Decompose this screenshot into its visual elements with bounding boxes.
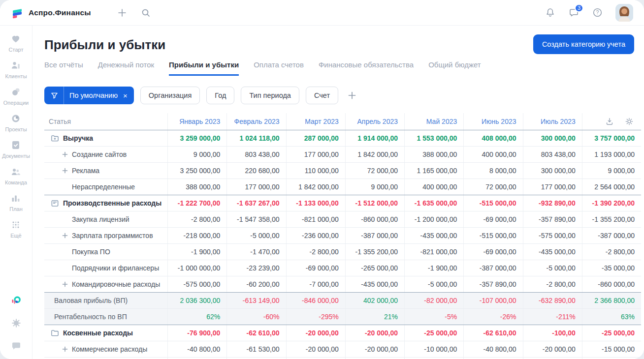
- value-cell: -20 000,00: [286, 325, 345, 341]
- value-cell: -69 000,00: [463, 211, 522, 227]
- table-row[interactable]: Валовая прибыль (ВП) 2 036 300,00-613 14…: [44, 292, 641, 308]
- row-label-cell[interactable]: Командировочные расходы: [44, 276, 167, 292]
- expand-plus-icon[interactable]: [61, 281, 69, 287]
- tab-денежный-поток[interactable]: Денежный поток: [98, 60, 154, 76]
- sidebar-item-проекты[interactable]: Проекты: [2, 113, 30, 132]
- value-cell: -1 222 700,00: [167, 195, 226, 211]
- row-label-cell[interactable]: Рентабельность по ВП: [44, 309, 167, 325]
- table-row[interactable]: Производственные расходы -1 222 700,00-1…: [44, 195, 641, 211]
- chip-divider: [64, 87, 64, 104]
- aspro-logo-icon[interactable]: [11, 295, 22, 306]
- month-header[interactable]: Май 2023: [404, 113, 463, 130]
- create-category-button[interactable]: Создать категорию учета: [533, 34, 634, 54]
- sidebar-item-старт[interactable]: Старт: [2, 33, 30, 53]
- sidebar-item-ещё[interactable]: Ещё: [2, 219, 30, 239]
- sidebar-item-label: Ещё: [10, 233, 22, 239]
- expand-plus-icon[interactable]: [61, 233, 69, 239]
- table-settings-icon[interactable]: [624, 116, 635, 127]
- sidebar-item-операции[interactable]: Операции: [2, 87, 30, 106]
- tab-общий-бюджет[interactable]: Общий бюджет: [428, 60, 481, 76]
- value-cell: -60 200,00: [226, 276, 286, 292]
- value-cell: -5 000,00: [226, 228, 286, 243]
- table-row[interactable]: Коммерческие расходы -40 800,00-61 530,0…: [44, 341, 641, 357]
- add-filter-button[interactable]: [347, 90, 357, 101]
- row-label-cell[interactable]: Подрядчики и фрилансеры: [44, 260, 167, 276]
- notification-badge: 3: [575, 4, 583, 12]
- gear-icon[interactable]: [11, 318, 22, 329]
- expand-plus-icon[interactable]: [61, 151, 69, 157]
- table-row[interactable]: Косвенные расходы -76 900,00-62 610,00-2…: [44, 325, 641, 341]
- row-label-cell[interactable]: Реклама: [44, 163, 167, 179]
- clear-filter-icon[interactable]: ×: [123, 91, 128, 100]
- value-cell: -82 000,00: [404, 293, 463, 308]
- value-cell: 400 000,00: [404, 179, 463, 195]
- search-icon[interactable]: [140, 7, 151, 18]
- expand-plus-icon[interactable]: [61, 168, 69, 174]
- download-icon[interactable]: [604, 116, 615, 127]
- chat-icon[interactable]: 3: [568, 7, 579, 18]
- value-cell: -76 900,00: [167, 325, 226, 341]
- value-cell: 1 914 000,00: [345, 130, 404, 146]
- month-header[interactable]: Июнь 2023: [463, 113, 522, 130]
- row-label-cell[interactable]: Покупка ПО: [44, 244, 167, 260]
- value-cell: -62 610,00: [226, 325, 286, 341]
- active-filter-chip[interactable]: По умолчанию ×: [44, 87, 134, 104]
- team-icon: [10, 166, 21, 177]
- add-entity-button[interactable]: [117, 7, 128, 18]
- table-row[interactable]: Управленческие расходы -36 100,00-1 080,…: [44, 357, 641, 359]
- table-row[interactable]: Покупка ПО -1 900,00-1 470,00-2 800,00-1…: [44, 243, 641, 260]
- filter-button-год[interactable]: Год: [206, 87, 234, 104]
- value-cell: 72 000,00: [463, 179, 522, 195]
- month-header[interactable]: Апрель 2023: [345, 113, 404, 130]
- row-label-cell[interactable]: Закупка лицензий: [44, 211, 167, 227]
- sidebar-item-клиенты[interactable]: Клиенты: [2, 60, 30, 79]
- row-label-cell[interactable]: Валовая прибыль (ВП): [44, 293, 167, 308]
- sidebar-item-документы[interactable]: Документы: [2, 140, 30, 159]
- tab-оплата-счетов[interactable]: Оплата счетов: [254, 60, 304, 76]
- month-header[interactable]: Июль 2023: [523, 113, 582, 130]
- value-cell: 400 000,00: [463, 147, 522, 162]
- table-row[interactable]: Выручка 3 259 000,001 024 118,00287 000,…: [44, 130, 641, 146]
- table-row[interactable]: Закупка лицензий -2 800,00-1 547 358,00-…: [44, 211, 641, 227]
- value-cell: -821 000,00: [404, 244, 463, 260]
- bell-icon[interactable]: [545, 7, 555, 18]
- filter-button-тип-периода[interactable]: Тип периода: [241, 87, 299, 104]
- sidebar-item-план[interactable]: План: [2, 193, 30, 212]
- row-label-cell[interactable]: Косвенные расходы: [44, 325, 167, 341]
- tab-все-отчёты[interactable]: Все отчёты: [44, 60, 83, 76]
- expand-plus-icon[interactable]: [61, 346, 69, 352]
- month-header[interactable]: Январь 2023: [167, 113, 226, 130]
- value-cell: -1 200 000,00: [404, 211, 463, 227]
- table-row[interactable]: Нераспределенные 388 000,00177 000,001 8…: [44, 179, 641, 195]
- table-row[interactable]: Создание сайтов 9 000,00803 438,00177 00…: [44, 146, 641, 162]
- filter-button-организация[interactable]: Организация: [140, 87, 200, 104]
- card-lines-icon[interactable]: [50, 199, 59, 208]
- folder-plus-icon[interactable]: [50, 134, 59, 143]
- row-label-cell[interactable]: Зарплата программистов: [44, 228, 167, 243]
- row-label-cell[interactable]: Выручка: [44, 130, 167, 146]
- month-header[interactable]: Февраль 2023: [226, 113, 286, 130]
- folder-icon[interactable]: [50, 329, 59, 337]
- table-row[interactable]: Подрядчики и фрилансеры -1 000 000,00-23…: [44, 260, 641, 276]
- value-cell: 21%: [345, 309, 404, 325]
- value-cell: -2 800,00: [167, 211, 226, 227]
- help-icon[interactable]: ?: [592, 7, 603, 18]
- table-row[interactable]: Рентабельность по ВП 62%-60%-295%21%-5%-…: [44, 308, 641, 325]
- sidebar-item-команда[interactable]: Команда: [2, 166, 30, 185]
- tab-финансовые-обязательства[interactable]: Финансовые обязательства: [319, 60, 414, 76]
- table-row[interactable]: Зарплата программистов -218 000,00-5 000…: [44, 227, 641, 243]
- row-label-cell[interactable]: Нераспределенные: [44, 179, 167, 195]
- feedback-icon[interactable]: [11, 340, 22, 351]
- sidebar-item-label: План: [9, 206, 23, 212]
- table-row[interactable]: Командировочные расходы -575 000,00-60 2…: [44, 276, 641, 292]
- row-label-cell[interactable]: Коммерческие расходы: [44, 341, 167, 357]
- month-header[interactable]: Март 2023: [286, 113, 345, 130]
- row-label: Зарплата программистов: [72, 232, 153, 239]
- tab-прибыли-и-убытки[interactable]: Прибыли и убытки: [169, 60, 239, 76]
- row-label-cell[interactable]: Производственные расходы: [44, 195, 167, 211]
- row-label-cell[interactable]: Создание сайтов: [44, 147, 167, 162]
- filter-button-счет[interactable]: Счет: [306, 87, 338, 104]
- avatar[interactable]: [615, 4, 633, 22]
- value-cell: -2 800,00: [523, 276, 582, 292]
- table-row[interactable]: Реклама 3 250 000,00220 680,00110 000,00…: [44, 162, 641, 179]
